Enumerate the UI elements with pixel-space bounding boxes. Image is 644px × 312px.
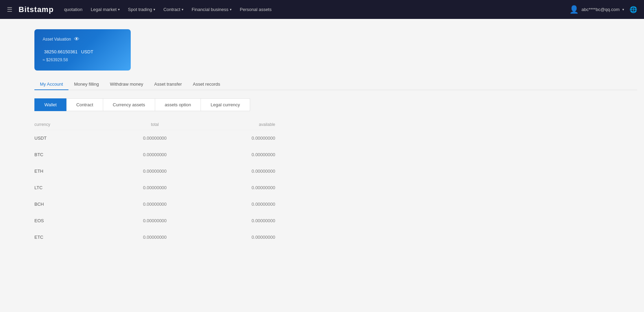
cell-total: 0.00000000 xyxy=(115,152,195,157)
wallet-tab-wallet[interactable]: Wallet xyxy=(34,98,66,111)
asset-usd-equiv: ≈ $263929.58 xyxy=(43,57,122,62)
cell-total: 0.00000000 xyxy=(115,235,195,240)
user-account-button[interactable]: 👤 abc****bc@qq.com ▾ xyxy=(569,5,624,14)
nav-link-personal-assets[interactable]: Personal assets xyxy=(240,7,272,12)
user-icon: 👤 xyxy=(569,5,579,14)
chevron-down-icon: ▾ xyxy=(182,8,183,11)
nav-right: 👤 abc****bc@qq.com ▾ 🌐 xyxy=(569,5,637,14)
nav-link-legal-market[interactable]: Legal market ▾ xyxy=(91,7,120,12)
wallet-tab-legal-currency[interactable]: Legal currency xyxy=(201,98,250,111)
nav-logo: Bitstamp xyxy=(19,5,54,14)
account-tabs: My Account Money filling Withdraw money … xyxy=(34,79,637,90)
chevron-down-icon: ▾ xyxy=(622,8,624,11)
cell-currency: USDT xyxy=(34,136,115,141)
col-available: available xyxy=(195,122,275,127)
cell-available: 0.00000000 xyxy=(195,202,275,207)
nav-link-contract[interactable]: Contract ▾ xyxy=(163,7,183,12)
chevron-down-icon: ▾ xyxy=(153,8,155,11)
cell-currency: BTC xyxy=(34,152,115,157)
cell-total: 0.00000000 xyxy=(115,202,195,207)
table-body: USDT 0.00000000 0.00000000 BTC 0.0000000… xyxy=(34,130,275,246)
cell-total: 0.00000000 xyxy=(115,218,195,223)
eye-icon[interactable]: 👁 xyxy=(74,36,79,42)
tab-my-account[interactable]: My Account xyxy=(34,79,68,90)
asset-card-title: Asset Valuation 👁 xyxy=(43,36,122,42)
cell-available: 0.00000000 xyxy=(195,235,275,240)
tab-money-filling[interactable]: Money filling xyxy=(68,79,104,90)
cell-available: 0.00000000 xyxy=(195,152,275,157)
nav-links: quotation Legal market ▾ Spot trading ▾ … xyxy=(64,7,569,12)
asset-amount: 38250.66150361 USDT xyxy=(43,46,122,55)
tab-withdraw-money[interactable]: Withdraw money xyxy=(104,79,149,90)
cell-currency: ETC xyxy=(34,235,115,240)
table-row: ETC 0.00000000 0.00000000 xyxy=(34,229,275,246)
user-email: abc****bc@qq.com xyxy=(581,7,620,12)
chevron-down-icon: ▾ xyxy=(230,8,232,11)
navbar: ☰ Bitstamp quotation Legal market ▾ Spot… xyxy=(0,0,644,19)
cell-available: 0.00000000 xyxy=(195,218,275,223)
table-row: EOS 0.00000000 0.00000000 xyxy=(34,213,275,229)
wallet-tab-currency-assets[interactable]: Currency assets xyxy=(103,98,155,111)
cell-available: 0.00000000 xyxy=(195,136,275,141)
cell-available: 0.00000000 xyxy=(195,169,275,174)
table-row: BCH 0.00000000 0.00000000 xyxy=(34,196,275,213)
col-total: total xyxy=(115,122,195,127)
table-row: ETH 0.00000000 0.00000000 xyxy=(34,163,275,180)
tab-asset-transfer[interactable]: Asset transfer xyxy=(149,79,187,90)
cell-currency: EOS xyxy=(34,218,115,223)
cell-currency: LTC xyxy=(34,185,115,190)
nav-link-quotation[interactable]: quotation xyxy=(64,7,83,12)
nav-menu-icon[interactable]: ☰ xyxy=(7,6,12,13)
col-currency: currency xyxy=(34,122,115,127)
wallet-section: Wallet Contract Currency assets assets o… xyxy=(34,98,637,246)
asset-table: currency total available USDT 0.00000000… xyxy=(34,119,275,246)
cell-currency: BCH xyxy=(34,202,115,207)
wallet-tab-contract[interactable]: Contract xyxy=(66,98,103,111)
nav-link-financial-business[interactable]: Financial business ▾ xyxy=(192,7,232,12)
cell-total: 0.00000000 xyxy=(115,136,195,141)
table-row: LTC 0.00000000 0.00000000 xyxy=(34,180,275,196)
wallet-tabs: Wallet Contract Currency assets assets o… xyxy=(34,98,637,111)
table-row: BTC 0.00000000 0.00000000 xyxy=(34,147,275,163)
wallet-tab-assets-option[interactable]: assets option xyxy=(155,98,201,111)
asset-valuation-card: Asset Valuation 👁 38250.66150361 USDT ≈ … xyxy=(34,29,131,71)
main-content: Asset Valuation 👁 38250.66150361 USDT ≈ … xyxy=(0,19,644,312)
tab-asset-records[interactable]: Asset records xyxy=(187,79,225,90)
table-row: USDT 0.00000000 0.00000000 xyxy=(34,130,275,147)
table-header: currency total available xyxy=(34,119,275,130)
nav-link-spot-trading[interactable]: Spot trading ▾ xyxy=(128,7,155,12)
cell-total: 0.00000000 xyxy=(115,169,195,174)
cell-currency: ETH xyxy=(34,169,115,174)
cell-total: 0.00000000 xyxy=(115,185,195,190)
cell-available: 0.00000000 xyxy=(195,185,275,190)
chevron-down-icon: ▾ xyxy=(118,8,120,11)
globe-icon[interactable]: 🌐 xyxy=(630,6,637,13)
